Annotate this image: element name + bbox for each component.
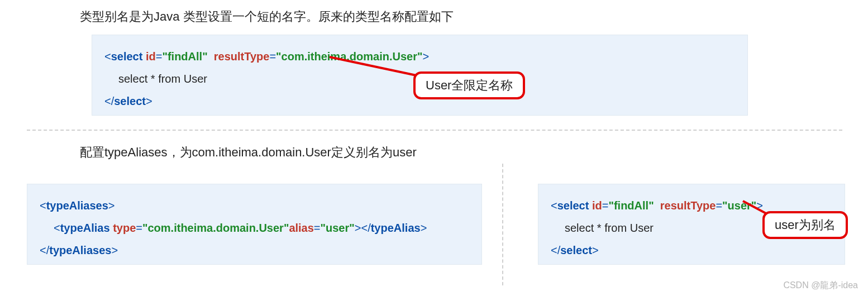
xml-attr-id: id — [146, 50, 156, 63]
xml-close-gt: > — [111, 244, 118, 256]
xml-tag-select-close: select — [560, 244, 592, 256]
xml-attr-resulttype: resultType — [214, 50, 270, 63]
xml-close-lt: </ — [551, 244, 560, 256]
code-line: <typeAlias type="com.itheima.domain.User… — [54, 217, 469, 239]
xml-tag-select-close: select — [114, 95, 146, 107]
xml-val-id: "findAll" — [162, 50, 207, 63]
xml-lt: < — [104, 50, 111, 63]
xml-lt: < — [54, 222, 60, 234]
xml-attr-alias: alias — [289, 222, 313, 234]
xml-eq: = — [716, 199, 722, 212]
xml-gt: > — [355, 222, 361, 234]
xml-tag-typealiases-close: typeAliases — [49, 244, 111, 256]
horizontal-divider — [27, 130, 842, 131]
xml-eq: = — [136, 222, 142, 234]
watermark: CSDN @龍弟-idea — [783, 280, 858, 292]
xml-gt: > — [108, 199, 115, 212]
xml-eq: = — [269, 50, 276, 63]
xml-eq: = — [602, 199, 609, 212]
xml-eq: = — [314, 222, 321, 234]
xml-attr-resulttype: resultType — [660, 199, 716, 212]
xml-close-gt: > — [421, 222, 427, 234]
code-line: <select id="findAll" resultType="com.ith… — [104, 45, 735, 68]
xml-close-lt: </ — [40, 244, 49, 256]
xml-val-alias: "user" — [321, 222, 355, 234]
xml-tag-select: select — [111, 50, 143, 63]
xml-lt: < — [551, 199, 557, 212]
xml-gt: > — [422, 50, 429, 63]
xml-close-lt: </ — [361, 222, 370, 234]
xml-eq: = — [156, 50, 163, 63]
xml-val-type: "com.itheima.domain.User" — [142, 222, 289, 234]
code-line: <typeAliases> — [40, 194, 469, 217]
xml-lt: < — [40, 199, 46, 212]
heading-typealiases: 配置typeAliases，为com.itheima.domain.User定义… — [80, 144, 417, 161]
callout-alias: user为别名 — [762, 211, 848, 239]
xml-close-lt: </ — [104, 95, 114, 107]
xml-tag-typealias-close: typeAlias — [371, 222, 421, 234]
xml-val-id: "findAll" — [608, 199, 654, 212]
callout-fqn: User全限定名称 — [413, 71, 525, 99]
xml-tag-select: select — [557, 199, 589, 212]
code-line: </typeAliases> — [40, 239, 469, 261]
code-line: </select> — [551, 239, 832, 261]
xml-attr-type: type — [113, 222, 136, 234]
code-block-typealiases: <typeAliases> <typeAlias type="com.ithei… — [27, 184, 482, 265]
xml-attr-id: id — [592, 199, 602, 212]
xml-tag-typealiases: typeAliases — [46, 199, 108, 212]
heading-original-type: 类型别名是为Java 类型设置一个短的名字。原来的类型名称配置如下 — [80, 8, 454, 25]
xml-tag-typealias: typeAlias — [60, 222, 110, 234]
xml-close-gt: > — [146, 95, 152, 107]
vertical-divider — [502, 164, 503, 285]
xml-close-gt: > — [592, 244, 599, 256]
